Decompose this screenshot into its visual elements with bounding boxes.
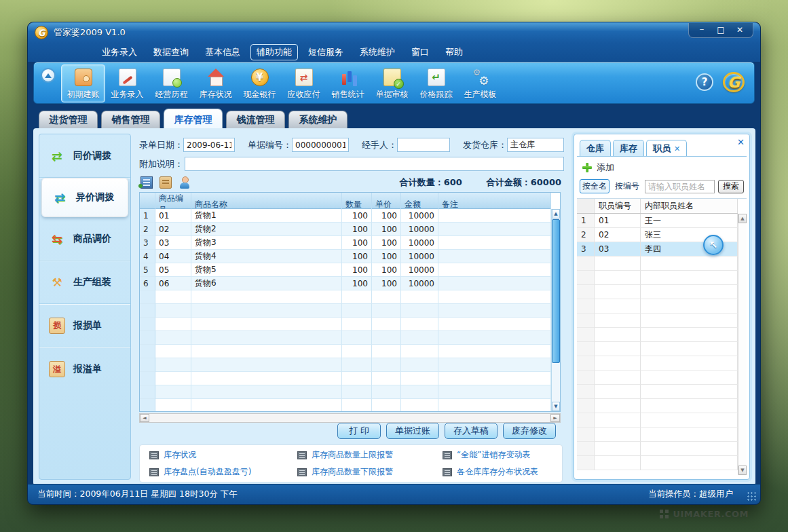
lookup-tab[interactable]: 职员 [646, 140, 687, 157]
table-row[interactable]: 1 01 货物1 100 100 10000 [140, 209, 551, 223]
add-staff-button[interactable]: 添加 [582, 162, 614, 174]
toolbar-button[interactable]: 应收应付 [282, 64, 326, 102]
table-row-empty[interactable] [577, 428, 738, 442]
help-icon[interactable] [696, 73, 713, 91]
report-link[interactable]: “全能”进销存变动表 [443, 449, 562, 461]
tab-close-icon[interactable] [674, 145, 680, 153]
report-link[interactable]: 库存状况 [149, 449, 297, 461]
table-row-empty[interactable] [140, 358, 551, 372]
title-bar[interactable]: G 管家婆2009 V1.0 [28, 22, 760, 43]
scroll-down-icon[interactable] [552, 402, 560, 411]
primary-tab[interactable]: 系统维护 [288, 111, 348, 128]
menu-item[interactable]: 辅助功能 [250, 44, 298, 60]
staff-search-input[interactable] [645, 180, 715, 193]
table-row-empty[interactable] [577, 442, 738, 456]
table-row-empty[interactable] [577, 314, 738, 328]
staff-scrollbar[interactable] [738, 214, 747, 475]
report-link[interactable]: 库存商品数量上限报警 [297, 449, 443, 461]
search-button[interactable]: 搜索 [718, 180, 744, 193]
toolbar-button[interactable]: 生产模板 [458, 64, 502, 102]
scroll-up-icon[interactable] [738, 214, 747, 223]
menu-item[interactable]: 系统维护 [354, 44, 401, 60]
note-input[interactable] [185, 157, 564, 171]
menu-item[interactable]: 帮助 [439, 44, 469, 60]
menu-item[interactable]: 业务录入 [96, 44, 143, 60]
table-row-empty[interactable] [140, 345, 551, 358]
table-row-empty[interactable] [577, 370, 738, 385]
table-row-empty[interactable] [577, 271, 738, 285]
table-row-empty[interactable] [577, 456, 738, 470]
scrollbar-thumb[interactable] [552, 219, 560, 363]
table-row-empty[interactable] [140, 385, 551, 399]
sidebar-item[interactable]: 商品调价 [39, 217, 130, 261]
menu-item[interactable]: 短信服务 [302, 44, 350, 60]
table-row-empty[interactable] [577, 385, 738, 399]
discard-changes-button[interactable]: 废弃修改 [503, 423, 556, 439]
print-button[interactable]: 打 印 [337, 423, 381, 439]
toolbar-button[interactable]: 销售统计 [326, 64, 370, 102]
scroll-right-icon[interactable] [550, 414, 560, 422]
table-row[interactable]: 3 03 货物3 100 100 10000 [140, 236, 551, 250]
table-row-empty[interactable] [577, 285, 738, 299]
menu-item[interactable]: 基本信息 [199, 44, 246, 60]
table-row-empty[interactable] [577, 399, 738, 413]
save-draft-button[interactable]: 存入草稿 [445, 423, 498, 439]
staff-row[interactable]: 1 01 王一 [577, 214, 738, 228]
date-input[interactable] [183, 138, 235, 152]
toolbar-button[interactable]: 初期建账 [61, 64, 105, 102]
primary-tab[interactable]: 库存管理 [164, 109, 223, 128]
menu-item[interactable]: 数据查询 [147, 44, 195, 60]
sidebar-item[interactable]: 溢 报溢单 [39, 347, 130, 391]
doc-number-input[interactable] [292, 138, 349, 152]
lookup-tab[interactable]: 库存 [613, 140, 644, 157]
staff-icon[interactable] [179, 176, 191, 189]
sidebar-item[interactable]: 同价调拨 [39, 134, 130, 178]
sidebar-item[interactable]: 损 报损单 [39, 304, 130, 347]
toolbar-button[interactable]: 经营历程 [149, 64, 193, 102]
sidebar-item[interactable]: 异价调拨 [41, 178, 128, 217]
report-link[interactable]: 库存盘点(自动盘盈盘亏) [149, 466, 297, 478]
table-row[interactable]: 2 02 货物2 100 100 10000 [140, 223, 551, 236]
horizontal-scrollbar[interactable] [139, 413, 561, 423]
scroll-up-icon[interactable] [552, 209, 560, 218]
toolbar-button[interactable]: 单据审核 [370, 64, 414, 102]
report-link[interactable]: 库存商品数量下限报警 [297, 466, 443, 478]
toolbar-button[interactable]: 价格跟踪 [414, 64, 458, 102]
lookup-tab[interactable]: 仓库 [580, 140, 611, 157]
report-link[interactable]: 各仓库库存分布状况表 [443, 466, 562, 478]
primary-tab[interactable]: 销售管理 [101, 111, 160, 128]
primary-tab[interactable]: 钱流管理 [226, 111, 285, 128]
table-row-empty[interactable] [577, 413, 738, 428]
table-row-empty[interactable] [140, 304, 551, 318]
sidebar-item[interactable]: 生产组装 [39, 261, 130, 304]
goods-box-icon[interactable] [160, 176, 172, 189]
scroll-left-icon[interactable] [140, 414, 149, 422]
resize-grip[interactable] [747, 491, 756, 501]
warehouse-icon[interactable] [140, 176, 153, 189]
table-row-empty[interactable] [140, 399, 551, 411]
table-row-empty[interactable] [140, 318, 551, 331]
filter-by-code[interactable]: 按编号 [613, 180, 641, 193]
panel-close-icon[interactable] [737, 137, 745, 147]
table-row[interactable]: 6 06 货物6 100 100 10000 [140, 277, 551, 290]
table-row-empty[interactable] [577, 356, 738, 370]
table-row-empty[interactable] [140, 290, 551, 304]
table-row-empty[interactable] [140, 331, 551, 345]
primary-tab[interactable]: 进货管理 [39, 111, 98, 128]
minimize-button[interactable] [693, 24, 711, 35]
handler-input[interactable] [397, 138, 450, 152]
table-row-empty[interactable] [577, 256, 738, 271]
warehouse-input[interactable] [507, 138, 564, 152]
table-row-empty[interactable] [577, 342, 738, 356]
close-button[interactable] [731, 24, 749, 35]
toolbar-button[interactable]: 业务录入 [105, 64, 149, 102]
table-row-empty[interactable] [577, 299, 738, 314]
menu-item[interactable]: 窗口 [405, 44, 435, 60]
maximize-button[interactable] [712, 24, 730, 35]
table-row-empty[interactable] [577, 328, 738, 342]
collapse-toolbar-button[interactable] [41, 68, 56, 83]
toolbar-button[interactable]: 现金银行 [238, 64, 282, 102]
post-document-button[interactable]: 单据过账 [386, 423, 439, 439]
vertical-scrollbar[interactable] [551, 209, 560, 411]
table-row[interactable]: 4 04 货物4 100 100 10000 [140, 250, 551, 263]
